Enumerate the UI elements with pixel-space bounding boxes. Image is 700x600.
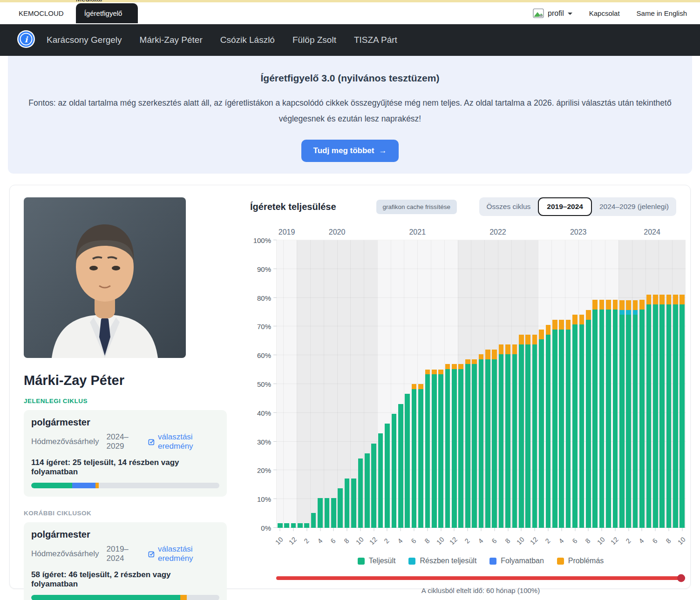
chart-bar xyxy=(586,310,591,528)
chart-bar xyxy=(385,424,390,528)
chart-bar xyxy=(351,479,356,528)
cycle-tab-group: Összes ciklus2019–20242024–2029 (jelenle… xyxy=(479,197,676,216)
cycle-tab[interactable]: 2024–2029 (jelenlegi) xyxy=(592,197,676,216)
gridline-v xyxy=(618,240,619,528)
x-axis-label: 12 xyxy=(368,536,379,546)
chart-bar xyxy=(298,523,303,528)
gridline-v xyxy=(565,240,565,528)
chart-bar xyxy=(412,384,417,528)
chart-bar xyxy=(445,364,450,528)
chart-bar xyxy=(633,300,638,528)
chart-bar xyxy=(392,414,397,528)
cycle-tab[interactable]: 2019–2024 xyxy=(538,197,592,216)
chart-bar xyxy=(479,354,484,528)
chart-bar xyxy=(666,295,672,528)
time-slider-knob[interactable] xyxy=(677,574,685,582)
top-nav-items: MédiatárÍgéretfigyelőCímlapseBlog xyxy=(76,0,143,32)
election-result-label: választási eredmény xyxy=(158,432,219,451)
x-axis-label: 12 xyxy=(287,536,298,546)
nav-item-kapcsolat[interactable]: Kapcsolat xyxy=(589,9,620,17)
politician-link[interactable]: Fülöp Zsolt xyxy=(292,35,336,45)
top-nav-item[interactable]: Ígéretfigyelő xyxy=(76,3,138,23)
politician-link[interactable]: Csózik László xyxy=(220,35,275,45)
y-axis-label: 70% xyxy=(257,323,271,330)
x-axis-tick xyxy=(521,528,522,531)
top-nav-item[interactable]: Címlapse xyxy=(76,23,105,31)
x-axis-label: 4 xyxy=(557,537,565,545)
x-axis-tick xyxy=(588,528,589,531)
x-axis-label: 10 xyxy=(354,536,365,546)
legend-label: Folyamatban xyxy=(501,557,544,565)
chart-bar xyxy=(532,335,537,528)
current-cycle-card: polgármester Hódmezővásárhely 2024–2029 … xyxy=(24,410,227,497)
x-axis-tick xyxy=(333,528,334,531)
chart-bar xyxy=(519,335,524,528)
gridline-v xyxy=(377,240,378,528)
time-slider-track[interactable] xyxy=(276,576,685,580)
chart-bar xyxy=(659,295,665,528)
gridline-v xyxy=(350,240,351,528)
gridline-v xyxy=(538,240,538,528)
profile-menu[interactable]: profil xyxy=(533,8,572,18)
chevron-down-icon xyxy=(568,13,572,15)
gridline-v xyxy=(444,240,445,528)
gridline-v xyxy=(498,240,498,528)
y-axis-tick xyxy=(273,384,277,384)
chart-bar xyxy=(539,330,544,528)
chart-bar xyxy=(552,320,557,528)
chart-bar xyxy=(619,300,625,528)
legend-swatch xyxy=(358,558,365,565)
gridline-v xyxy=(471,240,471,528)
gridline-v xyxy=(551,240,552,528)
x-axis-tick xyxy=(602,528,602,531)
x-axis-tick xyxy=(655,528,656,531)
chart-bar xyxy=(425,370,430,528)
chart-bar xyxy=(492,350,497,528)
gridline-v xyxy=(324,240,324,528)
x-axis-tick xyxy=(575,528,575,531)
politician-links: Karácsony GergelyMárki-Zay PéterCsózik L… xyxy=(47,35,415,45)
chart-bar xyxy=(291,523,296,528)
politician-link[interactable]: Márki-Zay Péter xyxy=(140,35,203,45)
x-axis-tick xyxy=(401,528,401,531)
year-label: 2022 xyxy=(489,228,506,236)
brand-kemocloud[interactable]: KEMOCLOUD xyxy=(19,9,64,17)
cycle-tab[interactable]: Összes ciklus xyxy=(479,197,538,216)
chart-bar xyxy=(452,364,457,528)
election-result-link[interactable]: választási eredmény xyxy=(148,432,220,451)
legend-label: Teljesült xyxy=(369,557,396,565)
chart-bar xyxy=(505,344,510,528)
time-slider[interactable] xyxy=(276,576,685,580)
chart-bar xyxy=(278,523,283,528)
politician-link[interactable]: Karácsony Gergely xyxy=(47,35,122,45)
x-axis-label: 2 xyxy=(302,537,310,545)
election-result-link[interactable]: választási eredmény xyxy=(148,545,220,563)
chart-title: Ígéretek teljesülése xyxy=(250,202,336,212)
info-icon[interactable]: i xyxy=(17,30,35,50)
top-nav-item[interactable]: Médiatár xyxy=(76,0,103,3)
chart-bar xyxy=(606,300,611,528)
nav-item-language[interactable]: Same in English xyxy=(637,9,687,17)
gridline-v xyxy=(659,240,659,528)
learn-more-button[interactable]: Tudj meg többet → xyxy=(301,140,399,162)
gridline-v xyxy=(310,240,311,528)
promise-summary: 114 ígéret: 25 teljesült, 14 részben vag… xyxy=(31,458,219,477)
promise-summary: 58 ígéret: 46 teljesült, 2 részben vagy … xyxy=(31,570,219,589)
gridline-v xyxy=(417,240,418,528)
politician-link[interactable]: TISZA Párt xyxy=(354,35,397,45)
chart-bar xyxy=(465,359,470,528)
hero-title: Ígéretfigyelő 3.0 (nyilvános tesztüzem) xyxy=(8,73,692,84)
refresh-cache-button[interactable]: grafikon cache frissítése xyxy=(376,200,457,214)
y-axis-label: 40% xyxy=(257,409,271,417)
legend-swatch xyxy=(408,558,415,565)
y-axis-label: 30% xyxy=(257,438,271,445)
x-axis-label: 10 xyxy=(596,536,606,546)
top-nav-item[interactable]: Blog xyxy=(117,23,131,31)
chart-bar xyxy=(626,300,631,528)
city-label: Hódmezővásárhely xyxy=(31,549,99,559)
x-axis-tick xyxy=(628,528,629,531)
y-axis-tick xyxy=(273,441,277,442)
x-axis-label: 10 xyxy=(274,536,285,546)
city-label: Hódmezővásárhely xyxy=(31,437,99,446)
year-band xyxy=(277,240,297,528)
